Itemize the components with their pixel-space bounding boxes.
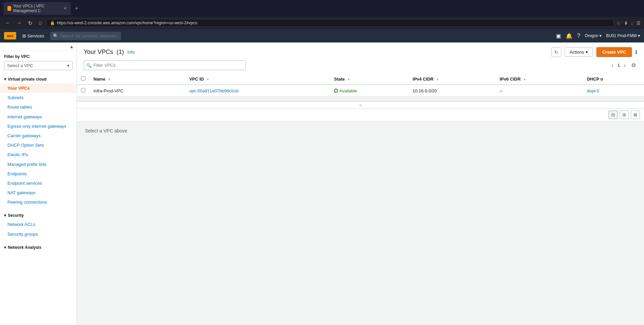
menu-icon[interactable]: ☰	[637, 21, 641, 26]
home-button[interactable]: ⌂	[37, 19, 44, 27]
view-tabs-button[interactable]: ⊟	[609, 111, 618, 119]
back-button[interactable]: ←	[3, 19, 12, 27]
cloud-shell-icon[interactable]: ▣	[556, 33, 561, 39]
col-header-state[interactable]: State ▼	[330, 73, 409, 85]
create-vpc-button[interactable]: Create VPC	[596, 47, 632, 57]
chevron-down-icon: ▾	[586, 50, 588, 55]
detail-placeholder-text: Select a VPC above	[77, 121, 644, 325]
notifications-icon[interactable]: 🔔	[566, 33, 572, 39]
sidebar-item-elastic-ips[interactable]: Elastic IPs	[0, 150, 77, 159]
sidebar-section-vpc: ▾ Virtual private cloud Your VPCs Subnet…	[0, 73, 77, 209]
sidebar-item-route-tables[interactable]: Route tables	[0, 102, 77, 112]
prev-page-button[interactable]: ‹	[610, 62, 615, 69]
row-vpc-id: vpc-00a911e07bb99cb1b	[185, 85, 330, 97]
col-header-ipv6[interactable]: IPv6 CIDR ▼	[496, 73, 583, 85]
sidebar-item-security-groups[interactable]: Security groups	[0, 230, 77, 239]
sidebar-item-endpoints[interactable]: Endpoints	[0, 169, 77, 179]
sidebar-section-header-vpc[interactable]: ▾ Virtual private cloud	[0, 75, 77, 84]
view-split-button[interactable]: ⊞	[620, 111, 629, 119]
sidebar-section-title-network-analysis: Network Analysis	[8, 245, 41, 250]
row-ipv6: –	[496, 85, 583, 97]
row-checkbox-cell[interactable]	[77, 85, 89, 97]
chevron-down-icon: ▾	[67, 63, 69, 68]
table-toolbar: 🔍 ‹ 1 › ⚙	[77, 60, 644, 73]
search-icon: 🔍	[53, 33, 58, 38]
filter-vpc-select[interactable]: Select a VPC ▾	[4, 61, 73, 70]
browser-tab[interactable]: Your VPCs | VPC Management C ✕	[3, 2, 71, 15]
sidebar-item-endpoint-services[interactable]: Endpoint services	[0, 179, 77, 188]
sidebar-item-egress-only-gateways[interactable]: Egress-only internet gateways	[0, 122, 77, 131]
sidebar-section-title-vpc: Virtual private cloud	[8, 77, 47, 82]
vpc-table-header: Name ▼ VPC ID ▼ State ▼ IPv4 CIDR	[77, 73, 644, 85]
sort-icon-state: ▼	[347, 78, 351, 81]
next-page-button[interactable]: ›	[623, 62, 627, 69]
vpc-header: Your VPCs (1) Info ↻ Actions ▾ Create VP…	[77, 42, 644, 60]
vpc-page-title: Your VPCs	[84, 49, 113, 56]
global-search-input[interactable]	[50, 32, 121, 40]
main-layout: ▲ Filter by VPC: Select a VPC ▾ ▾ Virtua…	[0, 42, 644, 325]
browser-nav-icons: ☆ ⬇ ↓ ☰	[617, 21, 641, 26]
url-text: https://us-west-2.console.aws.amazon.com…	[57, 21, 198, 25]
help-icon[interactable]: ?	[577, 33, 580, 39]
row-checkbox[interactable]	[81, 88, 85, 92]
sidebar-item-dhcp-option-sets[interactable]: DHCP Option Sets	[0, 141, 77, 150]
panel-resize-handle[interactable]: ≡	[77, 102, 644, 109]
vpc-count: (1)	[116, 49, 124, 56]
sidebar-section-header-security[interactable]: ▾ Security	[0, 211, 77, 220]
aws-topbar: aws ⊞ Services 🔍 ▣ 🔔 ? Oregon ▾ BU01 Pro…	[0, 29, 644, 42]
sidebar-item-subnets[interactable]: Subnets	[0, 93, 77, 102]
sidebar: ▲ Filter by VPC: Select a VPC ▾ ▾ Virtua…	[0, 42, 77, 325]
table-settings-button[interactable]: ⚙	[630, 61, 637, 69]
vpc-info-link[interactable]: Info	[127, 50, 135, 55]
select-all-checkbox[interactable]	[81, 76, 85, 81]
dhcp-link[interactable]: dopt-0	[587, 88, 599, 93]
sidebar-item-internet-gateways[interactable]: Internet gateways	[0, 112, 77, 122]
table-scroll-bar[interactable]	[77, 97, 644, 101]
browser-nav: ← → ↻ ⌂ 🔒 https://us-west-2.console.aws.…	[0, 17, 644, 29]
bookmark-icon[interactable]: ☆	[617, 21, 621, 26]
sidebar-item-peering-connections[interactable]: Peering connections	[0, 198, 77, 207]
filter-vpc-section: Filter by VPC: Select a VPC ▾	[0, 51, 77, 73]
sidebar-section-security: ▾ Security Network ACLs Security groups	[0, 209, 77, 241]
select-all-header[interactable]	[77, 73, 89, 85]
actions-button[interactable]: Actions ▾	[565, 48, 593, 57]
new-tab-button[interactable]: +	[75, 5, 79, 12]
filter-vpcs-input[interactable]	[84, 60, 246, 70]
vpc-table-area: Your VPCs (1) Info ↻ Actions ▾ Create VP…	[77, 42, 644, 102]
sidebar-item-managed-prefix-lists[interactable]: Managed prefix lists	[0, 160, 77, 169]
vpc-table-body: Infra-Prod-VPC vpc-00a911e07bb99cb1b Ava…	[77, 85, 644, 97]
region-selector[interactable]: Oregon ▾	[585, 33, 601, 38]
refresh-button[interactable]: ↻	[551, 48, 561, 57]
tab-close-button[interactable]: ✕	[63, 6, 67, 11]
col-header-dhcp[interactable]: DHCP o	[583, 73, 644, 85]
vpc-id-link[interactable]: vpc-00a911e07bb99cb1b	[189, 88, 239, 93]
sidebar-item-carrier-gateways[interactable]: Carrier gateways	[0, 131, 77, 141]
vpc-table: Name ▼ VPC ID ▼ State ▼ IPv4 CIDR	[77, 73, 644, 97]
info-button[interactable]: ℹ	[635, 49, 637, 55]
sort-icon-ipv6: ▼	[523, 78, 526, 81]
view-full-button[interactable]: ⊠	[631, 111, 640, 119]
sidebar-scroll-controls: ▲	[0, 42, 77, 51]
sidebar-scroll-up[interactable]: ▲	[69, 44, 74, 49]
sidebar-item-nat-gateways[interactable]: NAT gateways	[0, 188, 77, 198]
services-button[interactable]: ⊞ Services	[20, 33, 47, 38]
drag-handle-icon: ≡	[359, 103, 362, 108]
col-header-vpc-id[interactable]: VPC ID ▼	[185, 73, 330, 85]
sidebar-item-your-vpcs[interactable]: Your VPCs	[0, 84, 77, 93]
pagination: ‹ 1 › ⚙	[610, 61, 637, 69]
sidebar-section-header-network-analysis[interactable]: ▾ Network Analysis	[0, 243, 77, 252]
sidebar-item-network-acls[interactable]: Network ACLs	[0, 220, 77, 229]
col-header-ipv4[interactable]: IPv4 CIDR ▼	[409, 73, 496, 85]
pocket-icon[interactable]: ⬇	[624, 21, 628, 26]
forward-button[interactable]: →	[15, 19, 24, 27]
download-icon[interactable]: ↓	[631, 21, 634, 26]
chevron-down-icon: ▾	[4, 213, 6, 218]
col-header-name[interactable]: Name ▼	[89, 73, 185, 85]
account-selector[interactable]: BU01 Prod-FMW ▾	[606, 33, 640, 38]
table-row[interactable]: Infra-Prod-VPC vpc-00a911e07bb99cb1b Ava…	[77, 85, 644, 97]
reload-button[interactable]: ↻	[26, 19, 34, 27]
vpc-header-actions: ↻ Actions ▾ Create VPC ℹ	[551, 47, 637, 57]
sort-icon-vpc-id: ▼	[206, 78, 209, 81]
address-bar[interactable]: 🔒 https://us-west-2.console.aws.amazon.c…	[46, 19, 614, 27]
state-badge: Available	[334, 88, 404, 93]
